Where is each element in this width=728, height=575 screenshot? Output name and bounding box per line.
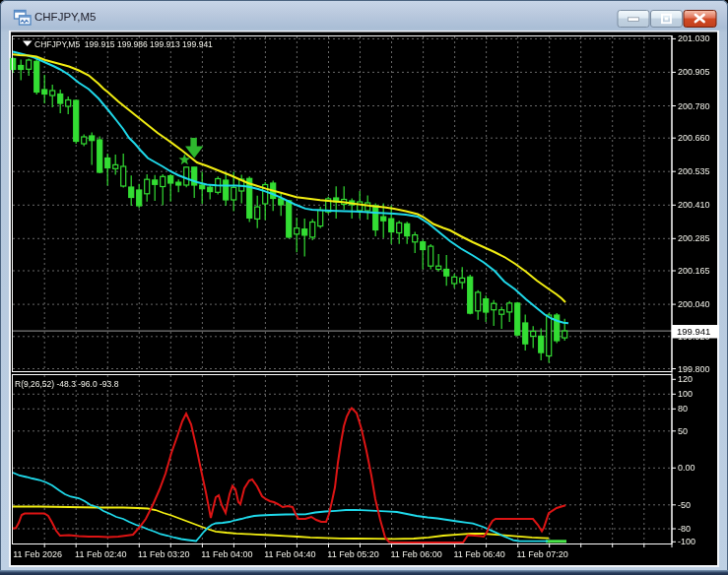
svg-text:200.040: 200.040 (678, 299, 710, 309)
svg-text:50: 50 (678, 426, 688, 436)
svg-text:11 Feb 04:40: 11 Feb 04:40 (264, 549, 315, 559)
svg-text:11 Feb 03:20: 11 Feb 03:20 (138, 549, 189, 559)
svg-text:11 Feb 07:20: 11 Feb 07:20 (517, 549, 568, 559)
svg-text:201.030: 201.030 (678, 33, 710, 43)
svg-text:199.800: 199.800 (678, 364, 710, 374)
svg-text:11 Feb 06:00: 11 Feb 06:00 (390, 549, 441, 559)
svg-text:R(9,26,52) -48.3 -96.0 -93.8: R(9,26,52) -48.3 -96.0 -93.8 (15, 379, 119, 389)
svg-text:200.780: 200.780 (678, 101, 710, 111)
svg-text:11 Feb 2026: 11 Feb 2026 (13, 549, 62, 559)
svg-text:11 Feb 05:20: 11 Feb 05:20 (327, 549, 378, 559)
svg-text:-50: -50 (678, 500, 691, 510)
svg-text:0.00: 0.00 (678, 463, 695, 473)
svg-text:200.905: 200.905 (678, 67, 710, 77)
svg-text:-100: -100 (678, 537, 695, 546)
svg-text:120: 120 (678, 374, 693, 384)
svg-text:200.535: 200.535 (678, 166, 710, 176)
svg-text:200.660: 200.660 (678, 133, 710, 143)
svg-text:11 Feb 06:40: 11 Feb 06:40 (453, 549, 504, 559)
svg-text:200.165: 200.165 (678, 266, 710, 276)
svg-text:80: 80 (678, 404, 688, 414)
svg-text:200.410: 200.410 (678, 200, 710, 210)
svg-text:CHFJPY,M5 199.915 199.986 199: CHFJPY,M5 199.915 199.986 199.913 199.94… (34, 39, 213, 49)
svg-text:100: 100 (678, 389, 693, 399)
svg-text:200.285: 200.285 (678, 233, 710, 243)
svg-text:199.941: 199.941 (677, 326, 710, 337)
svg-text:CHFJPY,M5: CHFJPY,M5 (34, 11, 96, 23)
svg-text:11 Feb 02:40: 11 Feb 02:40 (75, 549, 126, 559)
svg-text:-80: -80 (678, 524, 691, 534)
svg-text:11 Feb 04:00: 11 Feb 04:00 (201, 549, 252, 559)
